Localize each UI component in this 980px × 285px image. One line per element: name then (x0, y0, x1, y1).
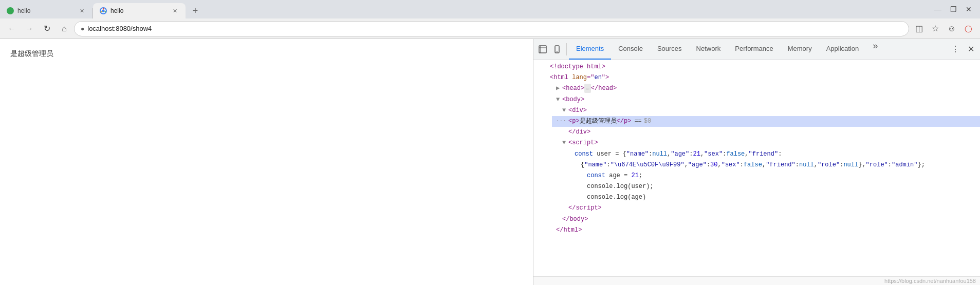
inspect-icon (539, 45, 547, 53)
tab1-title: hello (17, 7, 74, 14)
cast-button[interactable]: ◫ (911, 21, 927, 36)
devtools-more-tabs-button[interactable]: » (868, 39, 882, 53)
table-row: ▶ <head>…</head> (540, 83, 980, 94)
maximize-button[interactable]: ❐ (946, 2, 960, 16)
table-row: const age = 21; (564, 170, 980, 181)
tab-console[interactable]: Console (611, 39, 650, 60)
table-row[interactable]: ··· <p>是超级管理员</p> == $0 (552, 116, 980, 127)
tab-application[interactable]: Application (819, 39, 866, 60)
address-text: localhost:8080/show4 (87, 25, 902, 32)
page-main-text: 是超级管理员 (10, 49, 523, 59)
tab-performance[interactable]: Performance (728, 39, 780, 60)
page-content: 是超级管理员 (0, 39, 533, 285)
tabs-container: hello ✕ hello ✕ (0, 0, 927, 18)
browser-tab-2[interactable]: hello ✕ (93, 3, 186, 18)
table-row: console.log(user); (564, 181, 980, 192)
tab1-close-button[interactable]: ✕ (77, 6, 86, 15)
svg-rect-2 (539, 46, 546, 53)
bookmark-button[interactable]: ☆ (928, 21, 943, 36)
tab2-favicon (99, 7, 107, 15)
nav-bar: ← → ↻ ⌂ ● localhost:8080/show4 ◫ ☆ ☺ ◯ (0, 18, 980, 39)
back-button[interactable]: ← (4, 21, 20, 36)
collapse-script-icon[interactable]: ▼ (562, 138, 568, 148)
table-row: ▼ <div> (546, 105, 980, 116)
expand-head-icon[interactable]: ▶ (556, 84, 562, 93)
devtools-settings-button[interactable]: ⋮ (948, 42, 963, 56)
nav-right-icons: ◫ ☆ ☺ ◯ (911, 21, 976, 36)
devtools-tabs: Elements Console Sources Network Perform… (569, 39, 948, 60)
browser-window: hello ✕ hello ✕ (0, 0, 980, 285)
devtools-inspect-button[interactable] (535, 42, 550, 56)
toolbar-separator (566, 43, 567, 55)
table-row: </html> (540, 225, 980, 236)
devtools-panel: Elements Console Sources Network Perform… (533, 39, 980, 285)
refresh-button[interactable]: ↻ (39, 21, 54, 36)
table-row: </div> (552, 127, 980, 138)
forward-button[interactable]: → (22, 21, 37, 36)
table-row: <!doctype html> (533, 62, 980, 72)
devtools-close-button[interactable]: ✕ (964, 42, 978, 56)
elements-panel[interactable]: <!doctype html> <html lang="en"> ▶ <head… (533, 60, 980, 276)
table-row: const user = {"name":null,"age":21,"sex"… (558, 149, 980, 160)
devtools-footer: https://blog.csdn.net/nanhuanfou158 (533, 276, 980, 285)
devtools-right-buttons: ⋮ ✕ (948, 42, 978, 56)
table-row: </script> (552, 203, 980, 214)
close-button[interactable]: ✕ (961, 2, 976, 16)
main-area: 是超级管理员 (0, 39, 980, 285)
table-row: console.log(age) (564, 192, 980, 203)
tab-sources[interactable]: Sources (650, 39, 689, 60)
chrome-icon (100, 7, 107, 14)
svg-point-1 (102, 10, 105, 12)
table-row: ▼ <body> (540, 94, 980, 105)
new-tab-button[interactable]: + (188, 3, 203, 18)
tab-memory[interactable]: Memory (781, 39, 819, 60)
address-bar[interactable]: ● localhost:8080/show4 (74, 21, 909, 36)
table-row: </body> (546, 214, 980, 225)
extension-error-button[interactable]: ◯ (960, 21, 976, 36)
devtools-device-button[interactable] (550, 42, 564, 56)
table-row: ▼ <script> (546, 138, 980, 148)
tab2-close-button[interactable]: ✕ (170, 6, 179, 15)
table-row: <html lang="en"> (533, 72, 980, 83)
title-bar: hello ✕ hello ✕ (0, 0, 980, 18)
tab2-title: hello (110, 7, 167, 14)
address-lock-icon: ● (81, 25, 84, 32)
device-icon (553, 45, 561, 53)
devtools-toolbar: Elements Console Sources Network Perform… (533, 39, 980, 60)
browser-tab-1[interactable]: hello ✕ (0, 3, 93, 18)
minimize-button[interactable]: — (931, 2, 945, 16)
profile-button[interactable]: ☺ (944, 21, 959, 36)
tab-elements[interactable]: Elements (569, 39, 611, 60)
table-row: {"name":"\u674E\u5C0F\u9F99","age":30,"s… (564, 160, 980, 170)
tab1-favicon (6, 7, 14, 15)
window-controls: — ❐ ✕ (927, 2, 980, 16)
collapse-body-icon[interactable]: ▼ (556, 95, 562, 105)
tab-network[interactable]: Network (689, 39, 728, 60)
home-button[interactable]: ⌂ (57, 21, 72, 36)
collapse-div-icon[interactable]: ▼ (562, 106, 568, 116)
watermark-text: https://blog.csdn.net/nanhuanfou158 (884, 278, 976, 284)
